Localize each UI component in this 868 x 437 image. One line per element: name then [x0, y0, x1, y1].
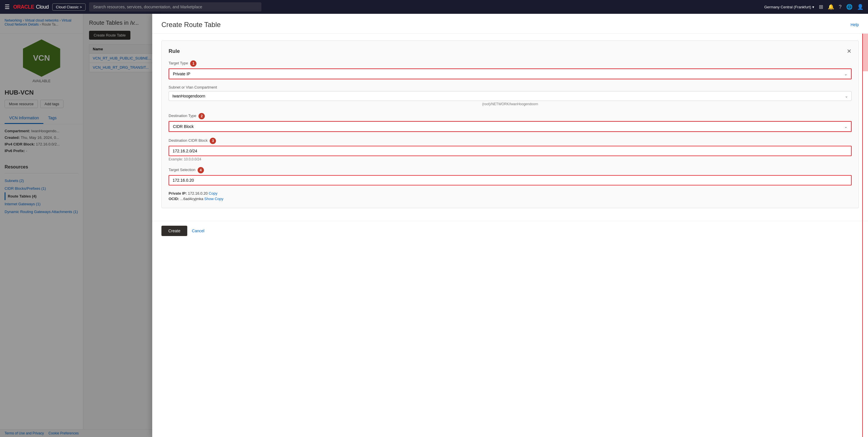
destination-type-group: Destination Type 2 CIDR Block [168, 113, 851, 132]
target-selection-input[interactable] [168, 175, 851, 185]
copy-ocid-button[interactable]: Copy [215, 197, 223, 201]
modal-title: Create Route Table [161, 21, 221, 29]
subnet-compartment-group: Subnet or Vlan Compartment IwanHoogendoo… [168, 85, 851, 107]
target-type-label: Target Type 1 [168, 60, 851, 67]
private-ip-value: 172.16.0.20 [188, 191, 208, 196]
region-chevron-icon: ▾ [812, 5, 814, 9]
modal-body: Rule ✕ Target Type 1 Private IP [152, 34, 868, 221]
subnet-compartment-select[interactable]: IwanHoogendoorn [168, 91, 851, 101]
rule-close-button[interactable]: ✕ [847, 48, 851, 55]
destination-cidr-label: Destination CIDR Block 3 [168, 138, 851, 144]
modal-header: Create Route Table Help [152, 14, 868, 34]
region-selector[interactable]: Germany Central (Frankfurt) ▾ [764, 5, 814, 9]
help-icon[interactable]: ? [839, 4, 842, 10]
cloud-classic-button[interactable]: Cloud Classic > [52, 3, 86, 11]
ocid-value: ...6ad4cyjmka [180, 197, 203, 201]
ocid-label: OCID: [168, 197, 179, 201]
target-selection-badge: 4 [197, 167, 204, 173]
user-avatar-icon[interactable]: 👤 [857, 4, 863, 10]
destination-type-select-wrapper: CIDR Block [168, 121, 851, 132]
subnet-compartment-select-wrapper: IwanHoogendoorn [168, 91, 851, 101]
rule-title-text: Rule [168, 48, 180, 54]
ocid-row: OCID: ...6ad4cyjmka Show Copy [168, 197, 851, 201]
oracle-text: ORACLE [13, 4, 34, 10]
destination-type-label: Destination Type 2 [168, 113, 851, 119]
search-input[interactable] [89, 2, 261, 11]
target-type-select[interactable]: Private IP [169, 69, 851, 79]
cloud-text: Cloud [36, 4, 49, 10]
private-ip-label: Private IP: [168, 191, 187, 196]
modal-overlay: Create Route Table Help Rule ✕ Target Ty… [0, 14, 868, 437]
show-ocid-button[interactable]: Show [204, 197, 214, 201]
target-type-badge: 1 [190, 60, 196, 67]
nav-right: Germany Central (Frankfurt) ▾ ⊞ 🔔 ? 🌐 👤 [764, 4, 863, 10]
notification-bell-icon[interactable]: 🔔 [828, 4, 834, 10]
destination-cidr-group: Destination CIDR Block 3 Example: 10.0.0… [168, 138, 851, 161]
private-ip-info: Private IP: 172.16.0.20 Copy OCID: ...6a… [168, 191, 851, 201]
subnet-path-text: (root)/NETWORK/IwanHoogendoorn [168, 101, 851, 107]
destination-cidr-hint: Example: 10.0.0.0/24 [168, 157, 851, 161]
private-ip-row: Private IP: 172.16.0.20 Copy [168, 191, 851, 196]
destination-type-badge: 2 [198, 113, 205, 119]
globe-icon[interactable]: 🌐 [846, 4, 852, 10]
create-button[interactable]: Create [161, 226, 187, 236]
destination-cidr-input[interactable] [168, 146, 851, 156]
target-selection-group: Target Selection 4 [168, 167, 851, 185]
target-selection-label: Target Selection 4 [168, 167, 851, 173]
create-route-table-modal: Create Route Table Help Rule ✕ Target Ty… [152, 14, 868, 437]
hamburger-menu[interactable]: ☰ [5, 3, 10, 10]
copy-private-ip-button[interactable]: Copy [209, 191, 217, 196]
top-navigation: ☰ ORACLE Cloud Cloud Classic > Germany C… [0, 0, 868, 14]
rule-section-header: Rule ✕ [168, 48, 851, 55]
modal-actions: Create Cancel [152, 221, 868, 241]
subnet-compartment-label: Subnet or Vlan Compartment [168, 85, 851, 89]
target-type-select-wrapper: Private IP [168, 68, 851, 79]
rule-section: Rule ✕ Target Type 1 Private IP [161, 40, 859, 208]
modal-help-link[interactable]: Help [850, 23, 859, 27]
destination-cidr-badge: 3 [210, 138, 216, 144]
oracle-logo: ORACLE Cloud [13, 4, 49, 10]
cancel-button[interactable]: Cancel [192, 229, 205, 233]
console-icon[interactable]: ⊞ [819, 4, 823, 10]
modal-scrollbar[interactable] [862, 14, 868, 437]
destination-type-select[interactable]: CIDR Block [169, 122, 851, 132]
target-type-group: Target Type 1 Private IP [168, 60, 851, 79]
region-label: Germany Central (Frankfurt) [764, 5, 811, 9]
